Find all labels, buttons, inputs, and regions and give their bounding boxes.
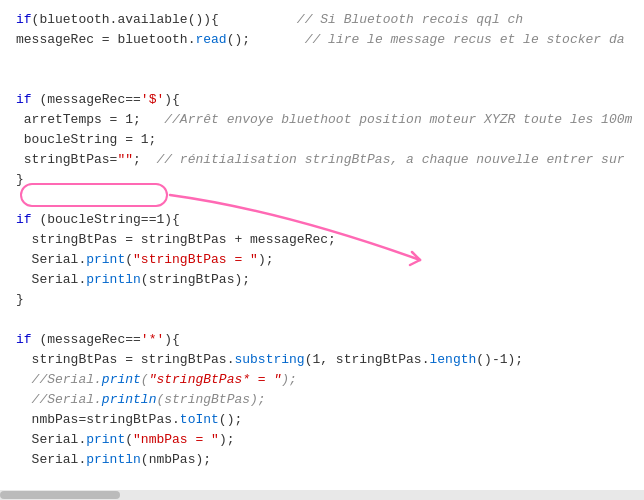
code-line-9: } [0,170,644,190]
scrollbar-thumb[interactable] [0,491,120,499]
code-line-8: stringBtPas=""; // rénitialisation strin… [0,150,644,170]
code-line-11: if (boucleString==1){ [0,210,644,230]
code-line-19: //Serial.print("stringBtPas* = "); [0,370,644,390]
code-line-22: Serial.print("nmbPas = "); [0,430,644,450]
code-line-5: if (messageRec=='$'){ [0,90,644,110]
code-content: if(bluetooth.available()){ // Si Bluetoo… [0,0,644,480]
code-line-10 [0,190,644,210]
code-line-20: //Serial.println(stringBtPas); [0,390,644,410]
code-line-16 [0,310,644,330]
code-line-7: boucleString = 1; [0,130,644,150]
code-line-4 [0,70,644,90]
code-editor: if(bluetooth.available()){ // Si Bluetoo… [0,0,644,500]
code-line-14: Serial.println(stringBtPas); [0,270,644,290]
code-line-12: stringBtPas = stringBtPas + messageRec; [0,230,644,250]
code-line-3 [0,50,644,70]
code-line-6: arretTemps = 1; //Arrêt envoye bluethoot… [0,110,644,130]
code-line-21: nmbPas=stringBtPas.toInt(); [0,410,644,430]
code-line-2: messageRec = bluetooth.read(); // lire l… [0,30,644,50]
code-line-23: Serial.println(nmbPas); [0,450,644,470]
code-line-15: } [0,290,644,310]
code-line-17: if (messageRec=='*'){ [0,330,644,350]
horizontal-scrollbar[interactable] [0,490,644,500]
code-line-18: stringBtPas = stringBtPas.substring(1, s… [0,350,644,370]
code-line-1: if(bluetooth.available()){ // Si Bluetoo… [0,10,644,30]
code-line-13: Serial.print("stringBtPas = "); [0,250,644,270]
